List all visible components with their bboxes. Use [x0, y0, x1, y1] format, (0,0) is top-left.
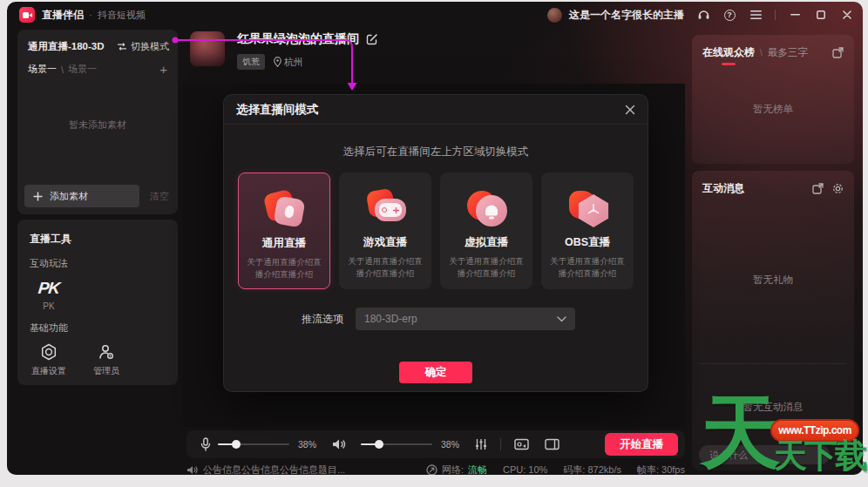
- scene-tab-separator: \: [61, 64, 64, 75]
- audience-rank-panel: 在线观众榜 \ 最多三字 暂无榜单: [692, 35, 854, 164]
- stream-option-value: 180-3D-erp: [364, 313, 417, 325]
- app-name: 直播伴侣: [42, 8, 84, 23]
- game-live-icon: [361, 186, 410, 230]
- section-interactive-label: 互动玩法: [30, 257, 166, 270]
- user-name: 这是一个名字很长的主播: [569, 8, 684, 23]
- location-pin-icon: [274, 57, 281, 67]
- menu-icon[interactable]: [749, 8, 763, 22]
- help-icon[interactable]: ?: [722, 8, 736, 22]
- cpu-status: CPU: 10%: [503, 464, 547, 475]
- clear-material-button[interactable]: 清空: [150, 190, 169, 203]
- live-tools-panel: 直播工具 互动玩法 PK PK 基础功能 直播设置: [17, 220, 178, 385]
- close-button[interactable]: [840, 8, 854, 22]
- speaker-icon[interactable]: [332, 438, 346, 450]
- rank-empty-text: 暂无榜单: [692, 103, 854, 116]
- mode-card-virtual[interactable]: 虚拟直播 关于通用直播介绍直播介绍直播介绍: [440, 172, 532, 289]
- tab-audience-rank[interactable]: 在线观众榜: [702, 45, 755, 60]
- pk-tool[interactable]: PK PK: [30, 279, 68, 311]
- room-title: 红果果绿泡泡的直播间: [237, 31, 359, 47]
- message-empty-text: 暂无互动消息: [692, 401, 854, 414]
- swap-arrows-icon: [117, 43, 127, 51]
- announcement-icon: [186, 465, 198, 475]
- location: 杭州: [274, 56, 303, 69]
- pk-icon: PK: [29, 279, 69, 298]
- speaker-volume-value: 38%: [441, 439, 467, 450]
- scene-panel: 通用直播-180-3D 切换模式 场景一 \ 场景一 + 暂未添加素材 添加素材…: [17, 30, 178, 214]
- control-divider: [500, 438, 501, 450]
- popout-icon[interactable]: [832, 47, 844, 58]
- mode-select-modal: 选择直播间模式 选择后可在直播间左上方区域切换模式 通用直播 关于通用直播介绍直…: [223, 94, 648, 392]
- mode-card-general[interactable]: 通用直播 关于通用直播介绍直播介绍直播介绍: [238, 172, 330, 289]
- screen-share-icon[interactable]: [514, 438, 529, 450]
- titlebar: 直播伴侣 · 抖音短视频 这是一个名字很长的主播 ?: [7, 2, 863, 28]
- general-live-icon: [260, 187, 309, 231]
- modal-subtitle: 选择后可在直播间左上方区域切换模式: [224, 145, 648, 159]
- tab-rank-alt[interactable]: 最多三字: [768, 46, 808, 59]
- plus-icon: [33, 192, 43, 201]
- mic-volume-slider[interactable]: [218, 443, 289, 446]
- virtual-live-icon: [462, 186, 511, 230]
- camera-toggle-icon[interactable]: [545, 438, 559, 450]
- start-live-button[interactable]: 开始直播: [605, 433, 678, 456]
- confirm-button[interactable]: 确定: [399, 362, 472, 383]
- obs-live-icon: [563, 186, 612, 230]
- control-bar: 38% 38% 开始直播: [186, 430, 685, 458]
- app-window: 直播伴侣 · 抖音短视频 这是一个名字很长的主播 ?: [7, 2, 863, 475]
- announcement-text[interactable]: 公告信息公告信息公告信息题目...: [203, 463, 345, 476]
- live-settings-button[interactable]: 直播设置: [30, 343, 68, 377]
- game-tag-badge[interactable]: 饥荒: [237, 54, 265, 70]
- switch-mode-button[interactable]: 切换模式: [117, 40, 169, 53]
- room-header: 红果果绿泡泡的直播间 饥荒 杭州: [190, 31, 378, 70]
- modal-title: 选择直播间模式: [236, 102, 319, 118]
- pk-label: PK: [30, 301, 68, 311]
- status-bar: 公告信息公告信息公告信息题目... 网络: 流畅 CPU: 10% 码率: 87…: [186, 462, 685, 475]
- chevron-down-icon: [557, 316, 566, 322]
- admin-person-icon: [98, 343, 115, 361]
- support-headset-icon[interactable]: [696, 8, 710, 22]
- bitrate-status: 码率: 872kb/s: [563, 463, 621, 476]
- chat-input[interactable]: [699, 445, 830, 464]
- network-speed-icon: [426, 464, 437, 476]
- stream-option-label: 推流选项: [302, 312, 343, 327]
- gift-empty-text: 暂无礼物: [692, 274, 854, 287]
- add-material-button[interactable]: 添加素材: [24, 185, 139, 207]
- speaker-volume-slider[interactable]: [361, 443, 432, 446]
- mode-card-game[interactable]: 游戏直播 关于通用直播介绍直播介绍直播介绍: [339, 172, 431, 289]
- maximize-button[interactable]: [814, 8, 828, 22]
- live-mode-title: 通用直播-180-3D: [28, 40, 105, 53]
- rank-tab-separator: \: [760, 48, 763, 57]
- network-status: 网络: 流畅: [426, 463, 487, 476]
- room-avatar[interactable]: [190, 31, 225, 66]
- titlebar-divider: [775, 10, 776, 20]
- mode-card-obs[interactable]: OBS直播 关于通用直播介绍直播介绍直播介绍: [541, 172, 634, 289]
- section-basic-label: 基础功能: [30, 321, 166, 335]
- app-subtitle: 抖音短视频: [98, 9, 146, 22]
- add-scene-button[interactable]: +: [159, 62, 167, 77]
- user-avatar[interactable]: [547, 8, 562, 23]
- empty-material-text: 暂未添加素材: [17, 118, 178, 132]
- scene-tab-active[interactable]: 场景一: [28, 63, 57, 76]
- stream-option-dropdown[interactable]: 180-3D-erp: [356, 308, 575, 330]
- app-logo-icon: [19, 7, 35, 23]
- audio-mixer-icon[interactable]: [475, 438, 487, 450]
- settings-gear-icon: [40, 343, 58, 361]
- panel-divider: [699, 363, 847, 364]
- gear-icon[interactable]: [832, 183, 844, 194]
- modal-close-icon[interactable]: [625, 105, 635, 115]
- network-value: 流畅: [468, 463, 487, 476]
- mic-volume-value: 38%: [298, 439, 324, 450]
- tools-panel-title: 直播工具: [30, 232, 166, 247]
- microphone-icon[interactable]: [200, 437, 211, 451]
- message-panel-title: 互动消息: [702, 181, 744, 196]
- fps-status: 帧率: 30fps: [637, 463, 685, 476]
- minimize-button[interactable]: [788, 8, 802, 22]
- app-name-separator: ·: [89, 9, 92, 21]
- interactive-message-panel: 互动消息 暂无礼物 暂无互动消息: [692, 171, 854, 470]
- admin-button[interactable]: 管理员: [87, 343, 125, 377]
- popout-icon[interactable]: [812, 183, 824, 194]
- scene-tab-inactive[interactable]: 场景一: [68, 63, 97, 76]
- edit-icon[interactable]: [366, 33, 378, 45]
